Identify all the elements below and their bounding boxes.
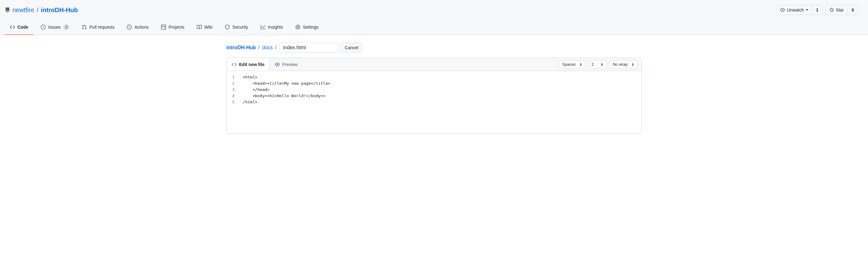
tab-pulls-label: Pull requests — [89, 22, 115, 32]
unwatch-label: Unwatch — [787, 7, 804, 13]
select-arrows-icon: ▲▼ — [631, 63, 634, 66]
tab-issues[interactable]: Issues 2 — [36, 20, 74, 35]
tab-code[interactable]: Code — [5, 20, 33, 35]
tab-issues-label: Issues — [48, 22, 61, 32]
unwatch-button[interactable]: Unwatch — [776, 5, 812, 15]
code-line[interactable]: </head> — [240, 87, 641, 93]
tab-wiki[interactable]: Wiki — [192, 20, 217, 35]
line-numbers: 12345 — [227, 71, 240, 133]
tab-projects[interactable]: Projects — [156, 20, 189, 35]
eye-icon — [780, 7, 785, 12]
chevron-down-icon — [806, 9, 808, 10]
editor-box: Edit new file Preview Spaces ▲▼ 2 ▲▼ No … — [226, 58, 642, 134]
filename-input[interactable] — [279, 43, 338, 53]
wrap-mode-select[interactable]: No wrap ▲▼ — [609, 60, 638, 68]
watch-count[interactable]: 1 — [812, 5, 823, 15]
breadcrumb-separator: / — [37, 6, 38, 14]
select-arrows-icon: ▲▼ — [580, 63, 582, 66]
indent-size-select[interactable]: 2 ▲▼ — [588, 60, 607, 68]
repo-title: newtfire / introDH-Hub — [5, 6, 78, 14]
line-number: 5 — [230, 99, 237, 105]
tab-insights[interactable]: Insights — [255, 20, 288, 35]
wrap-mode-value: No wrap — [613, 62, 628, 67]
repo-icon — [5, 7, 10, 12]
star-label: Star — [836, 7, 844, 13]
breadcrumb-separator: / — [275, 45, 276, 51]
line-number: 1 — [230, 74, 237, 80]
breadcrumb-folder[interactable]: docs — [262, 45, 273, 51]
tab-settings-label: Settings — [303, 22, 319, 32]
tab-projects-label: Projects — [168, 22, 184, 32]
editor-options: Spaces ▲▼ 2 ▲▼ No wrap ▲▼ — [555, 58, 641, 71]
repo-link[interactable]: introDH-Hub — [41, 6, 78, 13]
breadcrumb-separator: / — [258, 45, 259, 51]
breadcrumb: introDH-Hub / docs / Cancel — [226, 43, 642, 53]
preview-tab[interactable]: Preview — [270, 58, 303, 71]
indent-mode-value: Spaces — [562, 62, 576, 67]
star-icon — [829, 7, 834, 12]
edit-tab-label: Edit new file — [239, 62, 265, 67]
editor-tabs: Edit new file Preview Spaces ▲▼ 2 ▲▼ No … — [227, 58, 641, 71]
edit-file-tab[interactable]: Edit new file — [227, 58, 270, 71]
tab-actions-label: Actions — [134, 22, 149, 32]
tab-security-label: Security — [232, 22, 248, 32]
editor-tabs-left: Edit new file Preview — [227, 58, 303, 71]
code-line[interactable]: <html> — [240, 74, 641, 80]
code-line[interactable]: <head><title>My new page</title> — [240, 80, 641, 87]
preview-tab-label: Preview — [282, 62, 298, 67]
code-line[interactable]: /html> — [240, 99, 641, 105]
repo-nav: Code Issues 2 Pull requests Actions Proj… — [5, 20, 858, 35]
code-lines[interactable]: <html> <head><title>My new page</title> … — [240, 71, 641, 133]
tab-settings[interactable]: Settings — [290, 20, 323, 35]
code-line[interactable]: <body><h1>Hello World!</body>< — [240, 93, 641, 99]
breadcrumb-repo[interactable]: introDH-Hub — [226, 45, 256, 50]
line-number: 3 — [230, 87, 237, 93]
issues-count: 2 — [63, 24, 69, 30]
tab-wiki-label: Wiki — [204, 22, 212, 32]
line-number: 2 — [230, 80, 237, 87]
line-number: 4 — [230, 93, 237, 99]
main-container: introDH-Hub / docs / Cancel Edit new fil… — [216, 35, 652, 141]
star-button[interactable]: Star — [825, 5, 848, 15]
tab-code-label: Code — [18, 22, 28, 32]
watch-group: Unwatch 1 — [776, 5, 822, 15]
indent-mode-select[interactable]: Spaces ▲▼ — [559, 60, 585, 68]
tab-insights-label: Insights — [268, 22, 283, 32]
star-count[interactable]: 0 — [848, 5, 858, 15]
owner-link[interactable]: newtfire — [12, 6, 34, 14]
tab-actions[interactable]: Actions — [122, 20, 154, 35]
star-group: Star 0 — [825, 5, 858, 15]
repo-title-row: newtfire / introDH-Hub Unwatch 1 — [5, 5, 858, 15]
tab-security[interactable]: Security — [220, 20, 253, 35]
select-arrows-icon: ▲▼ — [601, 63, 603, 66]
cancel-button[interactable]: Cancel — [341, 43, 363, 53]
tab-pulls[interactable]: Pull requests — [77, 20, 119, 35]
code-editor[interactable]: 12345 <html> <head><title>My new page</t… — [227, 71, 641, 133]
repo-header: newtfire / introDH-Hub Unwatch 1 — [0, 0, 868, 35]
indent-size-value: 2 — [592, 62, 594, 67]
repo-actions: Unwatch 1 Star 0 — [776, 5, 858, 15]
